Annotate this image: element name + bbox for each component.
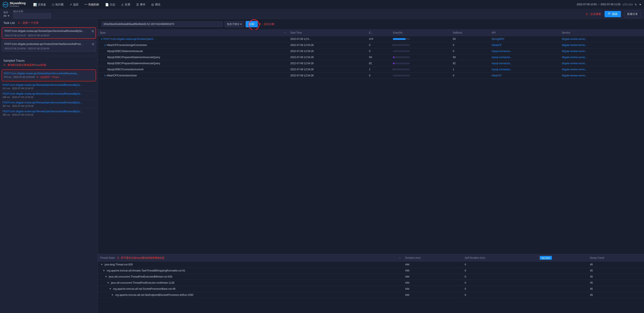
- span-col-starttime: Start Time: [288, 29, 367, 36]
- thread-expand-5[interactable]: ▼: [111, 294, 114, 297]
- trace-item-0[interactable]: POST:/com.dhgate.review.api.ReviewOpenSe…: [3, 71, 95, 80]
- thread-expand-4[interactable]: ▼: [109, 288, 112, 290]
- nav-dashboard[interactable]: 📊 仪表盘: [31, 1, 48, 8]
- trace-item-meta-1: 311 ms 2022-07-09 12:54:22: [2, 87, 95, 90]
- span-cell-api-0[interactable]: SpringMVC: [490, 36, 560, 42]
- span-cell-name-5: Mysql/JDBC/Connection/commit: [98, 66, 282, 73]
- thread-cell-slow-3: [538, 280, 588, 286]
- top-navigation: Skywalking Rocketbot 📊 仪表盘 ⬡ 拓扑图 ↗ 追踪 〰 …: [0, 0, 644, 9]
- nav-dashboard-label: 仪表盘: [38, 3, 46, 6]
- span-cell-exec-num-0: 474: [367, 36, 391, 42]
- thread-cell-duration-5: 444: [403, 292, 463, 298]
- nav-debug[interactable]: ⊟ 调试: [149, 1, 163, 8]
- span-section: Span ↔ Start Time E... Exec(%) Self(ms) …: [98, 29, 644, 254]
- trace-items: POST:/com.dhgate.review.api.ReviewOpenSe…: [0, 68, 98, 313]
- span-cell-service-4[interactable]: dhgate-review-servic...: [560, 60, 644, 66]
- nav-event[interactable]: ☰ 事件: [134, 1, 148, 8]
- span-cell-api-3[interactable]: mysql-connector...: [490, 54, 560, 60]
- task-item-0[interactable]: POST:/com.dhgate.review.api.ReviewOpenSe…: [2, 27, 96, 39]
- analyze-button[interactable]: 分析: [246, 21, 258, 27]
- span-cell-api-1[interactable]: HikariCP: [490, 42, 560, 48]
- span-cell-service-1[interactable]: dhgate-review-servic...: [560, 42, 644, 48]
- thread-cell-duration-3: 444: [403, 280, 463, 286]
- thread-expand-1[interactable]: ▼: [103, 269, 105, 272]
- thread-cell-arrows-1: [396, 268, 403, 274]
- nav-trace[interactable]: ↗ 追踪: [67, 1, 81, 8]
- thread-col-arrows: ↔: [396, 254, 403, 262]
- thread-cell-dump-5: 45: [588, 292, 644, 298]
- top-slow-button[interactable]: top slow: [540, 256, 552, 260]
- span-cell-exec-pct-2: [391, 48, 451, 54]
- nav-topology[interactable]: ⬡ 拓扑图: [49, 1, 66, 8]
- span-cell-self-2: 0: [451, 48, 489, 54]
- span-cell-name-1: ▼ HikariCP/Connection/getConnection: [98, 42, 282, 48]
- span-cell-arrows-1: [282, 42, 288, 48]
- thread-cell-arrows-2: [396, 274, 403, 280]
- span-cell-api-4[interactable]: mysql-connector...: [490, 60, 560, 66]
- thread-cell-slow-4: [538, 286, 588, 292]
- nav-alarm[interactable]: ⚠ 告警: [118, 1, 133, 8]
- thread-cell-name-4: ▼ org.apache.tomcat.util.net.SocketProce…: [98, 286, 396, 292]
- contains-button[interactable]: 包含子部分 ▾: [224, 21, 244, 27]
- span-row-1[interactable]: ▼ HikariCP/Connection/getConnection 2022…: [98, 42, 644, 48]
- expand-icon-1[interactable]: ▼: [104, 44, 106, 46]
- span-row-5[interactable]: Mysql/JDBC/Connection/commit 2022-07-09 …: [98, 66, 644, 73]
- dropdown-arrow-icon[interactable]: ▼: [639, 3, 642, 6]
- trace-id-input[interactable]: [101, 21, 223, 27]
- span-cell-service-2[interactable]: dhgate-review-servic...: [560, 48, 644, 54]
- nav-alarm-label: 告警: [125, 3, 130, 6]
- nav-profiling[interactable]: 〰 性能剖析: [82, 1, 102, 8]
- span-row-3[interactable]: Mysql/JDBC/PreparedStatement/executeQuer…: [98, 54, 644, 60]
- trace-item-2[interactable]: POST:/com.dhgate.review.api.ReviewOpenSe…: [2, 91, 96, 100]
- thread-col-duration: Duration (ms): [403, 254, 463, 262]
- span-cell-start-6: 2022-07-09 12:54:26: [288, 73, 367, 79]
- span-cell-exec-num-4: 82: [367, 60, 391, 66]
- span-row-6[interactable]: ▼ HikariCP/Connection/close 2022-07-09 1…: [98, 73, 644, 79]
- trace-item-4[interactable]: POST:/com.dhgate.review.api.ReviewOpenSe…: [2, 109, 96, 117]
- thread-table: Thread Stack 6：即可看到当前trace整体的线程堆栈信息 ↔ Du…: [98, 254, 644, 298]
- thread-cell-dump-4: 45: [588, 286, 644, 292]
- expand-icon-6[interactable]: ▼: [104, 74, 106, 77]
- sampled-header: Sampled Traces 3：查询到当前任务的采样trace列表: [0, 57, 98, 68]
- trace-item-1[interactable]: POST:/com.dhgate.review.api.ReviewOpenSe…: [2, 82, 96, 91]
- thread-expand-3[interactable]: ▼: [107, 281, 109, 284]
- new-task-button[interactable]: 新建任务: [624, 11, 641, 17]
- span-row-4[interactable]: Mysql/JDBC/PreparedStatement/executeQuer…: [98, 60, 644, 66]
- nav-log[interactable]: 📄 日志: [103, 1, 118, 8]
- thread-cell-dump-0: 45: [588, 262, 644, 268]
- service-dropdown-icon[interactable]: ▼: [7, 14, 10, 17]
- span-cell-exec-num-1: 0: [367, 42, 391, 48]
- span-row-2[interactable]: Mysql/JDBC/Statement/execute 2022-07-09 …: [98, 48, 644, 54]
- span-cell-service-0[interactable]: dhgate-review-servic...: [560, 36, 644, 42]
- span-cell-api-6[interactable]: HikariCP: [490, 73, 560, 79]
- thread-cell-duration-4: 444: [403, 286, 463, 292]
- copy-icon-0[interactable]: ⧉: [92, 29, 94, 33]
- span-cell-service-5[interactable]: dhgate-review-servic...: [560, 66, 644, 73]
- expand-icon-0[interactable]: ▼: [100, 38, 103, 40]
- span-cell-api-2[interactable]: mysql-connector...: [490, 48, 560, 54]
- thread-cell-duration-2: 444: [403, 274, 463, 280]
- span-cell-api-5[interactable]: mysql-connector...: [490, 66, 560, 73]
- thread-expand-2[interactable]: ▼: [105, 275, 107, 278]
- thread-col-dump-count: Dump Count: [588, 254, 644, 262]
- thread-expand-0[interactable]: ▼: [100, 263, 103, 266]
- endpoint-input[interactable]: [13, 13, 51, 18]
- search-button[interactable]: 🔍 搜索: [604, 11, 621, 17]
- span-row-0[interactable]: ▼ POST:/com.dhgate.review.api.ReviewOpen…: [98, 36, 644, 42]
- trace-item-3[interactable]: POST:/com.dhgate.review.api.ReviewOpenSe…: [2, 100, 96, 109]
- span-name-0[interactable]: POST:/com.dhgate.review.api.ReviewOpenS.…: [104, 37, 155, 40]
- refresh-icon[interactable]: ↻: [635, 3, 637, 6]
- alarm-icon: ⚠: [121, 3, 124, 6]
- debug-icon: ⊟: [151, 3, 154, 6]
- span-cell-service-3[interactable]: dhgate-review-servic...: [560, 54, 644, 60]
- log-icon: 📄: [105, 3, 109, 6]
- task-item-1[interactable]: POST:/com.dhgate.productstat.api.Product…: [2, 40, 96, 52]
- copy-icon-1[interactable]: ⧉: [92, 42, 94, 46]
- thread-cell-slow-0: [538, 262, 588, 268]
- span-name-5: Mysql/JDBC/Connection/commit: [107, 68, 143, 71]
- nav-event-label: 事件: [140, 3, 146, 6]
- span-cell-service-6[interactable]: dhgate-review-servic...: [560, 73, 644, 79]
- span-cell-exec-pct-1: [391, 42, 451, 48]
- contains-dropdown-icon: ▾: [240, 23, 242, 25]
- span-cell-name-6: ▼ HikariCP/Connection/close: [98, 73, 282, 79]
